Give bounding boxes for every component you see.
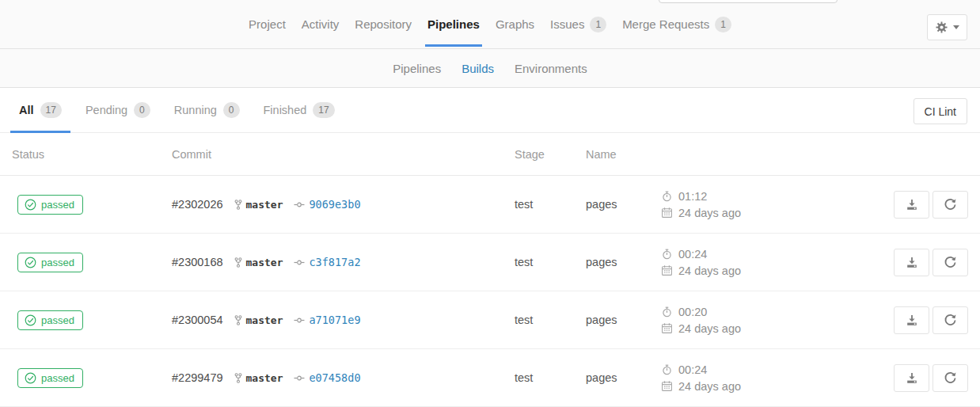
build-status-label: passed [41, 372, 74, 384]
tab-running[interactable]: Running 0 [165, 88, 249, 132]
branch-link[interactable]: master [234, 257, 283, 268]
branch-link[interactable]: master [234, 372, 283, 384]
stopwatch-icon [661, 249, 672, 260]
top-nav-item-label: Issues [550, 17, 584, 31]
retry-icon [944, 198, 957, 211]
build-finished-ago: 24 days ago [678, 380, 741, 393]
download-icon [906, 372, 918, 384]
build-duration: 01:12 [678, 190, 707, 203]
top-nav-item-repository[interactable]: Repository [347, 0, 420, 48]
retry-icon [944, 314, 957, 327]
calendar-icon [661, 323, 672, 333]
tab-count-badge: 0 [134, 102, 150, 118]
header-commit: Commit [172, 148, 515, 161]
build-status-badge[interactable]: passed [17, 195, 83, 215]
tab-count-badge: 17 [40, 102, 62, 118]
build-id-link[interactable]: #2300054 [172, 314, 223, 326]
retry-build-button[interactable] [933, 191, 968, 219]
retry-build-button[interactable] [933, 364, 968, 392]
commit-sha-link[interactable]: a71071e9 [294, 314, 360, 326]
tab-all[interactable]: All 17 [10, 88, 70, 132]
download-icon [906, 314, 918, 326]
tab-label: All [19, 104, 34, 116]
top-nav-item-label: Activity [302, 17, 340, 31]
build-status-badge[interactable]: passed [17, 253, 83, 272]
build-row--2300168: passed #2300168 master [0, 234, 980, 291]
build-name: pages [586, 256, 661, 268]
header-name: Name [586, 148, 661, 161]
top-nav-item-label: Project [249, 17, 286, 31]
commit-icon [294, 201, 305, 208]
top-nav-item-label: Merge Requests [622, 17, 709, 31]
top-nav-item-project[interactable]: Project [241, 0, 294, 48]
tab-pending[interactable]: Pending 0 [77, 88, 159, 132]
build-name: pages [586, 371, 661, 384]
build-filter-tabs: All 17 Pending 0 Running 0 Finished 17 C… [0, 88, 980, 133]
download-artifacts-button[interactable] [894, 249, 929, 276]
top-nav-item-pipelines[interactable]: Pipelines [420, 0, 488, 48]
builds-table-body: passed #2302026 master [0, 176, 980, 407]
download-artifacts-button[interactable] [894, 306, 929, 334]
build-duration: 00:20 [678, 306, 707, 318]
retry-build-button[interactable] [933, 249, 968, 276]
subnav-item-builds[interactable]: Builds [451, 62, 504, 75]
gear-icon [936, 21, 948, 33]
build-duration: 00:24 [678, 248, 707, 261]
top-nav-item-label: Graphs [496, 17, 534, 31]
tab-label: Pending [85, 104, 127, 116]
build-id-link[interactable]: #2302026 [172, 198, 223, 211]
build-stage: test [515, 371, 586, 384]
branch-name: master [246, 257, 283, 268]
download-icon [906, 257, 918, 268]
build-row--2299479: passed #2299479 master [0, 349, 980, 407]
top-nav-item-activity[interactable]: Activity [294, 0, 348, 48]
top-nav-item-graphs[interactable]: Graphs [488, 0, 542, 48]
nav-count-badge: 1 [715, 17, 731, 32]
commit-sha-link[interactable]: e07458d0 [294, 371, 360, 384]
tab-count-badge: 0 [223, 102, 240, 118]
build-name: pages [586, 198, 661, 211]
branch-link[interactable]: master [234, 314, 283, 326]
tab-count-badge: 17 [313, 102, 334, 118]
build-finished-ago: 24 days ago [678, 207, 741, 219]
subnav-item-environments[interactable]: Environments [504, 62, 598, 75]
build-id-link[interactable]: #2300168 [172, 256, 223, 268]
branch-fork-icon [234, 200, 242, 210]
calendar-icon [661, 207, 672, 218]
commit-sha-link[interactable]: 9069e3b0 [294, 198, 360, 211]
build-status-label: passed [41, 314, 74, 326]
build-status-badge[interactable]: passed [17, 310, 83, 330]
build-status-badge[interactable]: passed [17, 368, 83, 388]
download-artifacts-button[interactable] [894, 191, 929, 219]
tab-finished[interactable]: Finished 17 [255, 88, 344, 132]
subnav-item-pipelines[interactable]: Pipelines [382, 62, 451, 75]
ci-lint-button[interactable]: CI Lint [914, 98, 967, 124]
sub-nav-list: Pipelines Builds Environments [382, 62, 597, 75]
build-finished-ago: 24 days ago [678, 264, 741, 277]
branch-link[interactable]: master [234, 199, 283, 211]
build-id-link[interactable]: #2299479 [172, 371, 223, 384]
top-nav-item-label: Pipelines [427, 17, 480, 31]
build-status-label: passed [41, 257, 74, 268]
builds-table-header: Status Commit Stage Name [0, 133, 980, 176]
top-nav-item-issues[interactable]: Issues 1 [542, 0, 614, 48]
stopwatch-icon [661, 306, 672, 318]
top-nav-item-merge-requests[interactable]: Merge Requests 1 [614, 0, 739, 48]
project-settings-dropdown-button[interactable] [927, 14, 967, 40]
download-artifacts-button[interactable] [894, 364, 929, 392]
commit-icon [294, 259, 305, 266]
check-circle-icon [25, 372, 36, 384]
check-circle-icon [25, 314, 36, 326]
tab-label: Running [174, 104, 217, 116]
stopwatch-icon [661, 191, 672, 202]
commit-sha-link[interactable]: c3f817a2 [294, 256, 360, 268]
download-icon [906, 199, 918, 211]
top-nav-bar: Project Activity Repository Pipelines Gr… [0, 0, 980, 49]
branch-fork-icon [234, 373, 242, 383]
tabs-list: All 17 Pending 0 Running 0 Finished 17 [10, 88, 350, 132]
branch-fork-icon [234, 257, 242, 268]
header-status: Status [12, 148, 172, 161]
header-stage: Stage [515, 148, 586, 161]
retry-build-button[interactable] [933, 306, 968, 334]
tab-label: Finished [264, 104, 307, 116]
